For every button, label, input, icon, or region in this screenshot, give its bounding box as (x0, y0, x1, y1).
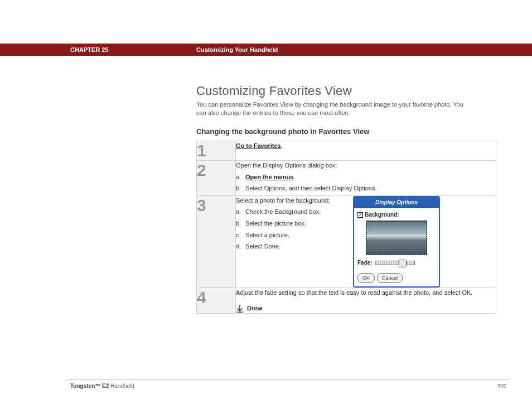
go-to-favorites-link[interactable]: Go to Favorites (236, 142, 281, 149)
step-content-4: Adjust the fade setting so that the text… (236, 288, 496, 314)
step-row-1: 1 Go to Favorites. (197, 141, 496, 161)
step2-a-label: a. (236, 173, 244, 183)
background-label: Background: (365, 210, 399, 219)
step3-b-label: b. (236, 219, 244, 229)
done-row: Done (236, 304, 496, 314)
step3-d-text: Select Done. (245, 243, 280, 250)
chapter-label: CHAPTER 25 (70, 46, 196, 53)
chapter-title: Customizing Your Handheld (196, 46, 278, 53)
footer-product-rest: Handheld (109, 383, 134, 389)
footer-product-bold: Tungsten™ E2 (70, 383, 109, 389)
open-the-menus-link[interactable]: Open the menus (245, 174, 293, 180)
step3-c: c. Select a picture. (236, 231, 342, 241)
footer-rule (66, 380, 510, 380)
step3-lead: Select a photo for the background: (236, 196, 342, 206)
step2-b-label: b. (236, 184, 244, 194)
step-number-1: 1 (197, 141, 236, 161)
step3-a: a. Check the Background box. (236, 207, 342, 217)
step2-b-text: Select Options, and then select Display … (245, 185, 376, 191)
background-checkbox[interactable]: ✓ (357, 212, 363, 218)
background-thumbnail[interactable] (366, 221, 427, 255)
ok-button[interactable]: OK (357, 273, 375, 283)
step-1-period: . (281, 142, 283, 149)
fade-row: Fade: (357, 258, 436, 267)
step2-lead: Open the Display Options dialog box: (236, 161, 496, 171)
step2-b: b. Select Options, and then select Displ… (236, 184, 496, 194)
fade-slider-thumb[interactable] (399, 260, 407, 267)
step3-d: d. Select Done. (236, 242, 342, 252)
page-number: 502 (498, 383, 506, 389)
dialog-title: Display Options (354, 197, 439, 208)
step-row-3: 3 Select a photo for the background: a. … (197, 195, 496, 288)
step-row-4: 4 Adjust the fade setting so that the te… (197, 288, 496, 314)
dialog-buttons: OK Cancel (354, 273, 439, 286)
chapter-banner-inner: CHAPTER 25 Customizing Your Handheld (70, 44, 510, 56)
step-content-3: Select a photo for the background: a. Ch… (236, 195, 496, 288)
step4-text: Adjust the fade setting so that the text… (236, 288, 496, 298)
steps-table: 1 Go to Favorites. 2 Open the Display Op… (196, 141, 496, 314)
step2-a-period: . (293, 174, 295, 180)
step3-c-text: Select a picture. (245, 232, 289, 238)
step3-b-text: Select the picture box. (245, 220, 306, 227)
step3-b: b. Select the picture box. (236, 219, 342, 229)
step-content-2: Open the Display Options dialog box: a. … (236, 161, 496, 196)
fade-slider[interactable] (375, 261, 415, 265)
footer-product: Tungsten™ E2 Handheld (70, 383, 134, 389)
done-arrow-icon (236, 305, 244, 313)
check-icon: ✓ (359, 213, 362, 217)
cancel-button[interactable]: Cancel (377, 273, 403, 283)
intro-paragraph: You can personalize Favorites View by ch… (196, 100, 470, 118)
chapter-banner: CHAPTER 25 Customizing Your Handheld (0, 44, 532, 56)
step3-c-label: c. (236, 231, 244, 241)
step-number-4: 4 (197, 288, 236, 314)
step2-a: a. Open the menus. (236, 173, 496, 183)
subsection-title: Changing the background photo in Favorit… (196, 127, 369, 136)
step3-a-label: a. (236, 207, 244, 217)
step-content-1: Go to Favorites. (236, 141, 496, 161)
page-title: Customizing Favorites View (196, 84, 352, 98)
fade-label: Fade: (357, 258, 373, 267)
background-row: ✓ Background: (357, 210, 436, 219)
done-label: Done (247, 304, 263, 314)
step-number-2: 2 (197, 161, 236, 196)
step-row-2: 2 Open the Display Options dialog box: a… (197, 161, 496, 196)
step3-a-text: Check the Background box. (245, 208, 321, 215)
dialog-body: ✓ Background: Fade: (354, 208, 439, 273)
step3-d-label: d. (236, 242, 244, 252)
step-number-3: 3 (197, 195, 236, 288)
display-options-dialog: Display Options ✓ Background: Fade: (353, 196, 440, 288)
